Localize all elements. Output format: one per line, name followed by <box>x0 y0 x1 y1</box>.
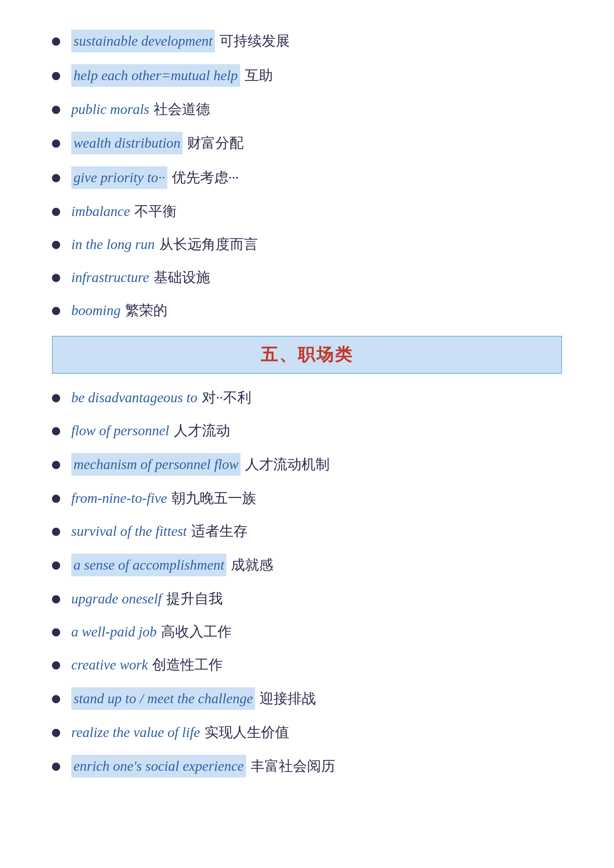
en-term: be disadvantageous to <box>71 387 197 408</box>
bullet-icon <box>52 729 60 737</box>
en-term: a well-paid job <box>71 621 157 642</box>
list-item: public morals社会道德 <box>52 99 562 120</box>
bullet-icon <box>52 307 60 315</box>
list-item: mechanism of personnel flow人才流动机制 <box>52 453 562 476</box>
cn-translation: 互助 <box>245 65 273 86</box>
cn-translation: 适者生存 <box>191 521 248 542</box>
en-term: flow of personnel <box>71 420 169 441</box>
bullet-icon <box>52 595 60 603</box>
section-header: 五、职场类 <box>52 336 562 374</box>
en-term: mechanism of personnel flow <box>71 453 240 476</box>
bullet-icon <box>52 37 60 46</box>
en-term: creative work <box>71 654 148 676</box>
en-term: upgrade oneself <box>71 588 162 609</box>
list-item: realize the value of life实现人生价值 <box>52 722 562 743</box>
en-term: give priority to·· <box>71 166 167 189</box>
bullet-icon <box>52 763 60 771</box>
cn-translation: 对··不利 <box>202 387 251 408</box>
en-term: public morals <box>71 99 149 120</box>
bullet-icon <box>52 394 60 402</box>
list-item: be disadvantageous to对··不利 <box>52 387 562 408</box>
cn-translation: 实现人生价值 <box>205 722 289 743</box>
list-item: upgrade oneself提升自我 <box>52 588 562 609</box>
bullet-icon <box>52 241 60 249</box>
cn-translation: 人才流动机制 <box>245 454 330 475</box>
cn-translation: 朝九晚五一族 <box>172 488 256 509</box>
en-term: sustainable development <box>71 30 215 52</box>
list-item: infrastructure基础设施 <box>52 267 562 288</box>
bullet-icon <box>52 494 60 503</box>
en-term: in the long run <box>71 234 155 255</box>
cn-translation: 人才流动 <box>174 420 230 441</box>
bullet-icon <box>52 174 60 182</box>
page-container: sustainable development可持续发展help each ot… <box>52 30 562 777</box>
cn-translation: 提升自我 <box>166 588 223 609</box>
bullet-icon <box>52 208 60 216</box>
cn-translation: 财富分配 <box>187 132 243 153</box>
bullet-icon <box>52 695 60 703</box>
bullet-icon <box>52 628 60 636</box>
cn-translation: 可持续发展 <box>219 30 290 51</box>
list-item: wealth distribution财富分配 <box>52 132 562 154</box>
en-term: infrastructure <box>71 267 149 288</box>
list-item: booming繁荣的 <box>52 300 562 321</box>
vocab-list-part2: be disadvantageous to对··不利flow of person… <box>52 387 562 777</box>
list-item: imbalance不平衡 <box>52 201 562 222</box>
vocab-list-part1: sustainable development可持续发展help each ot… <box>52 30 562 321</box>
cn-translation: 成就感 <box>231 555 273 575</box>
list-item: give priority to··优先考虑··· <box>52 166 562 189</box>
cn-translation: 高收入工作 <box>161 621 232 642</box>
en-term: imbalance <box>71 201 130 222</box>
bullet-icon <box>52 461 60 469</box>
en-term: help each other=mutual help <box>71 64 240 87</box>
list-item: a well-paid job高收入工作 <box>52 621 562 642</box>
list-item: creative work创造性工作 <box>52 654 562 676</box>
cn-translation: 从长远角度而言 <box>159 234 258 255</box>
cn-translation: 社会道德 <box>154 99 210 120</box>
cn-translation: 基础设施 <box>154 267 210 288</box>
list-item: flow of personnel人才流动 <box>52 420 562 441</box>
bullet-icon <box>52 528 60 536</box>
list-item: help each other=mutual help互助 <box>52 64 562 87</box>
cn-translation: 不平衡 <box>134 201 177 222</box>
list-item: in the long run从长远角度而言 <box>52 234 562 255</box>
bullet-icon <box>52 106 60 114</box>
cn-translation: 优先考虑··· <box>172 167 239 188</box>
bullet-icon <box>52 661 60 670</box>
bullet-icon <box>52 561 60 570</box>
list-item: survival of the fittest适者生存 <box>52 521 562 542</box>
en-term: a sense of accomplishment <box>71 554 226 576</box>
list-item: from-nine-to-five朝九晚五一族 <box>52 488 562 509</box>
en-term: realize the value of life <box>71 722 200 743</box>
en-term: survival of the fittest <box>71 521 187 542</box>
bullet-icon <box>52 72 60 80</box>
bullet-icon <box>52 140 60 148</box>
en-term: stand up to / meet the challenge <box>71 687 255 710</box>
en-term: enrich one's social experience <box>71 755 246 777</box>
list-item: sustainable development可持续发展 <box>52 30 562 52</box>
list-item: stand up to / meet the challenge迎接排战 <box>52 687 562 710</box>
cn-translation: 创造性工作 <box>152 654 223 676</box>
list-item: enrich one's social experience丰富社会阅历 <box>52 755 562 777</box>
en-term: wealth distribution <box>71 132 183 154</box>
cn-translation: 丰富社会阅历 <box>251 756 335 777</box>
en-term: booming <box>71 300 121 321</box>
cn-translation: 繁荣的 <box>125 300 167 321</box>
bullet-icon <box>52 427 60 435</box>
bullet-icon <box>52 274 60 282</box>
en-term: from-nine-to-five <box>71 488 167 509</box>
cn-translation: 迎接排战 <box>259 688 316 709</box>
list-item: a sense of accomplishment成就感 <box>52 554 562 576</box>
